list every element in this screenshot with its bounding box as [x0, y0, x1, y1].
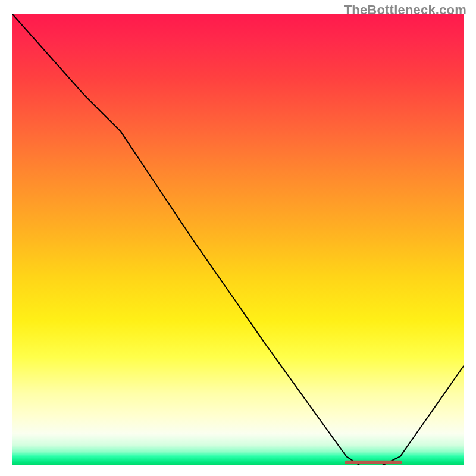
bottleneck-curve	[12, 14, 464, 465]
plot-area	[12, 14, 464, 465]
chart-svg	[12, 14, 464, 465]
chart-container: { "watermark": "TheBottleneck.com", "cha…	[0, 0, 476, 476]
